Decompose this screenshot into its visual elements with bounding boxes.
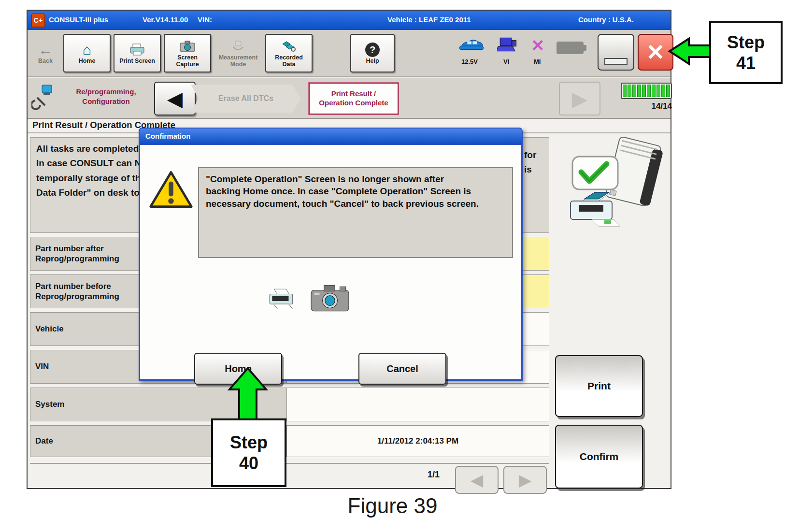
print-screen-label: Print Screen: [119, 58, 155, 65]
progress-bar: [621, 83, 672, 99]
consult-app-window: C+ CONSULT-III plus Ver.V14.11.00 VIN: V…: [27, 10, 671, 489]
wizard-next-button[interactable]: ▶: [559, 82, 600, 115]
step41-arrow-icon: [668, 36, 712, 69]
info-text-fragment: for: [524, 150, 536, 160]
home-icon: ⌂: [83, 42, 91, 58]
screen-capture-button[interactable]: Screen Capture: [164, 34, 211, 72]
wizard-step-previous: Erase All DTCs: [191, 85, 301, 113]
page-prev-button[interactable]: ◀: [455, 466, 499, 494]
recorded-data-label: Recorded Data: [275, 55, 303, 68]
back-label: Back: [38, 58, 53, 65]
table-row-system: System: [30, 388, 549, 421]
minimize-icon: [604, 58, 628, 65]
warning-icon: [148, 169, 194, 214]
info-text-fragment: is: [524, 164, 532, 175]
recorded-data-button[interactable]: Recorded Data: [265, 34, 313, 72]
camera-icon: [180, 38, 195, 55]
help-icon: ?: [365, 43, 380, 57]
table-row-date: Date 1/11/2012 2:04:13 PM: [30, 425, 549, 457]
wizard-prev-button[interactable]: ◀: [154, 82, 196, 115]
window-titlebar: C+ CONSULT-III plus Ver.V14.11.00 VIN: V…: [28, 11, 671, 30]
app-version: Ver.V14.11.00: [143, 15, 188, 24]
home-button[interactable]: ⌂ Home: [63, 34, 111, 72]
table-divider: [30, 463, 549, 464]
app-title: CONSULT-III plus: [49, 15, 108, 24]
mi-label: MI: [534, 58, 541, 65]
home-label: Home: [79, 58, 96, 65]
minimize-button[interactable]: [598, 34, 634, 71]
page-next-button[interactable]: ▶: [503, 466, 547, 494]
help-label: Help: [366, 58, 379, 65]
vi-icon: [497, 37, 517, 54]
app-logo-icon: C+: [31, 14, 45, 27]
confirm-button[interactable]: Confirm: [555, 425, 643, 489]
vi-label: VI: [503, 58, 509, 65]
wizard-nav-row: Re/programming, Configuration ◀ Erase Al…: [28, 78, 671, 119]
back-button[interactable]: ← Back: [30, 34, 60, 72]
figure-caption: Figure 39: [0, 494, 785, 518]
printer-icon: [129, 42, 145, 58]
vehicle-label: Vehicle : LEAF ZE0 2011: [387, 15, 471, 24]
step40-callout: Step 40: [211, 418, 286, 487]
battery-icon: [557, 42, 584, 54]
mi-disconnected-icon: ✕: [531, 36, 545, 55]
recorded-data-icon: [281, 38, 297, 55]
main-toolbar: ← Back ⌂ Home Print Screen Screen Captur…: [28, 30, 671, 77]
measurement-mode-button[interactable]: Measurement Mode: [214, 34, 262, 72]
printer-icon: [267, 288, 297, 314]
country-label: Country : U.S.A.: [578, 15, 634, 24]
help-button[interactable]: ? Help: [350, 34, 395, 72]
step41-callout: Step 41: [709, 21, 783, 84]
step40-arrow-icon: [218, 366, 277, 422]
screen-capture-label: Screen Capture: [176, 55, 199, 68]
dialog-body: "Complete Operation" Screen is no longer…: [139, 145, 523, 381]
dialog-titlebar: Confirmation: [139, 128, 523, 145]
print-success-illustration: [563, 137, 667, 236]
figure-page: C+ CONSULT-III plus Ver.V14.11.00 VIN: V…: [0, 0, 785, 532]
back-arrow-icon: ←: [38, 42, 53, 58]
row-value: [287, 388, 549, 421]
measurement-mode-icon: [230, 38, 246, 55]
page-indicator: 1/1: [428, 470, 440, 480]
wizard-step-current: Print Result / Operation Complete: [309, 83, 399, 115]
voltage-label: 12.5V: [461, 58, 478, 65]
vin-label: VIN:: [198, 15, 212, 24]
reprogramming-tools-icon: [31, 84, 54, 114]
measurement-mode-label: Measurement Mode: [219, 55, 258, 68]
vehicle-voltage-icon: [457, 38, 485, 55]
dialog-message: "Complete Operation" Screen is no longer…: [198, 167, 513, 258]
dialog-cancel-button[interactable]: Cancel: [358, 353, 446, 385]
print-button[interactable]: Print: [555, 355, 643, 417]
confirmation-dialog: Confirmation "Complete Operation" Screen…: [139, 128, 523, 381]
progress-label: 14/14: [621, 101, 672, 111]
mode-label: Re/programming, Configuration: [57, 87, 156, 106]
camera-icon: [310, 284, 350, 315]
row-value: 1/11/2012 2:04:13 PM: [287, 425, 549, 457]
print-screen-button[interactable]: Print Screen: [114, 34, 161, 72]
